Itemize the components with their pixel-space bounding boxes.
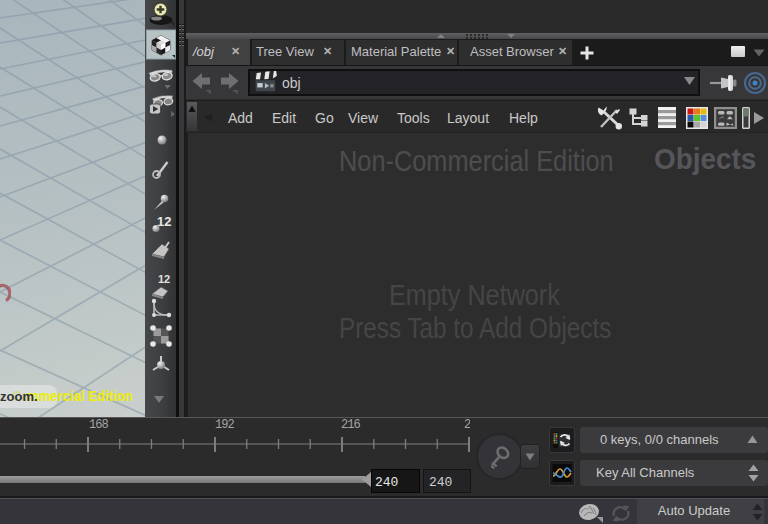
svg-text:12: 12 bbox=[158, 273, 170, 285]
svg-text:12: 12 bbox=[157, 214, 171, 229]
